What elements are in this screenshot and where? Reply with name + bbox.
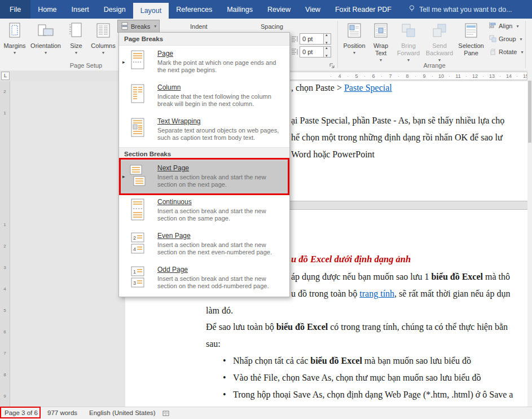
menu-item-column-break[interactable]: ColumnIndicate that the text following t…	[119, 80, 289, 113]
ruler-number: 4	[331, 73, 348, 79]
spacing-before-stepper[interactable]	[324, 33, 331, 45]
tell-me-box[interactable]: Tell me what you want to do...	[408, 0, 512, 19]
language-indicator[interactable]: English (United States)	[89, 409, 156, 416]
columns-label: Columns	[91, 42, 115, 49]
doc-bullet-item: Vào thẻ File, chọn Save As, chọn thư mục…	[233, 372, 481, 383]
menu-item-desc: Insert a section break and start the new…	[157, 275, 280, 290]
vertical-scrollbar[interactable]	[527, 70, 532, 407]
proofing-icon[interactable]	[162, 410, 169, 418]
doc-text: ại Paste Special, phần Paste - As, bạn s…	[291, 116, 504, 125]
doc-text: , sẽ rất mất thời gian nếu áp dụn	[394, 289, 510, 298]
align-icon	[489, 21, 496, 30]
column-break-icon	[129, 83, 148, 113]
breaks-label: Breaks	[131, 23, 150, 30]
paste-special-link[interactable]: Paste Special	[344, 83, 392, 92]
selection-pane-label-1: Selection	[458, 42, 483, 49]
tab-foxit-reader-pdf[interactable]: Foxit Reader PDF	[328, 0, 399, 19]
doc-line: hể chọn một trong những định dạng rồi nh…	[291, 132, 503, 143]
next-page-break-icon	[129, 164, 148, 194]
menu-item-page-break[interactable]: PageMark the point at which one page end…	[119, 46, 289, 80]
section-breaks-header: Section Breaks	[119, 147, 289, 160]
menu-item-title: Next Page	[157, 164, 280, 172]
doc-text: hể chọn một trong những định dạng rồi nh…	[291, 133, 503, 142]
spacing-label: Spacing	[261, 23, 283, 30]
menu-item-next-page-break[interactable]: Next PageInsert a section break and star…	[119, 160, 289, 194]
doc-text: áp dụng được nếu bạn muốn sao lưu 1	[291, 272, 431, 281]
menu-item-title: Even Page	[157, 232, 280, 240]
menu-item-continuous-break[interactable]: ContinuousInsert a section break and sta…	[119, 194, 289, 228]
ruler-number: 15	[517, 73, 527, 79]
tab-stop-selector[interactable]: L	[1, 72, 10, 80]
trang-tinh-link[interactable]: trang tính	[359, 289, 394, 298]
send-backward-label-1: Send	[432, 42, 447, 49]
tab-home[interactable]: Home	[30, 0, 64, 19]
doc-text-bold: biểu đồ Excel	[431, 272, 483, 281]
doc-line: Word hoặc PowerPoint	[291, 149, 375, 160]
doc-bullet-item: Nhấp chọn tất cả các biểu đồ Excel mà bạ…	[233, 355, 471, 367]
svg-text:2: 2	[133, 235, 136, 241]
vruler-number: 7	[0, 351, 10, 356]
send-backward-icon	[432, 23, 447, 39]
status-bar: Page 3 of 6 977 words English (United St…	[0, 407, 532, 419]
even-page-break-icon: 24	[129, 232, 148, 262]
menu-item-desc: Insert a section break and start the new…	[157, 174, 280, 188]
doc-text: có trong trang tính, chúng ta có thể thự…	[328, 322, 508, 332]
tab-review[interactable]: Review	[260, 0, 298, 19]
align-label: Align	[499, 23, 512, 29]
vruler-number: 3	[0, 265, 10, 270]
vruler-number: 6	[0, 329, 10, 334]
menu-item-desc: Insert a section break and start the new…	[157, 208, 280, 222]
doc-text: , chọn Paste >	[291, 83, 344, 92]
vertical-ruler[interactable]: 2 1 1 2 3 4 5 6 7 8 9	[0, 81, 10, 407]
vruler-number: 9	[0, 394, 10, 399]
spacing-after-stepper[interactable]	[324, 46, 331, 58]
doc-text: u đồ trong toàn bộ	[291, 289, 359, 298]
menu-item-desc: Separate text around objects on web page…	[157, 127, 280, 142]
word-count[interactable]: 977 words	[47, 409, 77, 416]
doc-text: Để sao lưu toàn bộ	[206, 322, 276, 332]
tab-layout[interactable]: Layout	[133, 3, 169, 19]
wrap-text-icon	[373, 23, 389, 39]
scrollbar-thumb[interactable]	[528, 81, 531, 143]
doc-text: mà bạn muốn sao lưu biểu đồ	[362, 356, 471, 365]
tab-view[interactable]: View	[298, 0, 328, 19]
tab-insert[interactable]: Insert	[64, 0, 96, 19]
menu-item-title: Page	[157, 50, 280, 58]
position-button[interactable]: Position	[341, 20, 367, 71]
svg-text:3: 3	[133, 280, 136, 286]
spacing-after-input[interactable]: 0 pt	[300, 46, 324, 58]
tell-me-label: Tell me what you want to do...	[419, 6, 512, 14]
size-label: Size	[70, 42, 82, 49]
menu-item-title: Column	[157, 83, 280, 91]
doc-text-bold: biểu đồ Excel	[310, 356, 362, 365]
ruler-number: 7	[382, 73, 399, 79]
group-icon	[489, 34, 496, 43]
tab-references[interactable]: References	[169, 0, 219, 19]
doc-line: sau:	[206, 338, 221, 350]
rotate-button[interactable]: Rotate	[489, 46, 523, 58]
doc-text: sau:	[206, 339, 221, 349]
margins-button[interactable]: Margins	[1, 20, 28, 71]
position-icon	[346, 23, 362, 39]
group-button[interactable]: Group	[489, 33, 522, 45]
tab-design[interactable]: Design	[96, 0, 133, 19]
odd-page-break-icon: 13	[129, 266, 148, 295]
menu-item-odd-page-break[interactable]: 13 Odd PageInsert a section break and st…	[119, 262, 289, 295]
ruler-number: 5	[348, 73, 365, 79]
menu-item-desc: Insert a section break and start the new…	[157, 241, 280, 256]
tab-file[interactable]: File	[0, 0, 30, 19]
tab-mailings[interactable]: Mailings	[219, 0, 260, 19]
ribbon-tab-bar: File Home Insert Design Layout Reference…	[0, 0, 532, 19]
ruler-number: 9	[416, 73, 433, 79]
doc-heading: u đồ Excel dưới định dạng ảnh	[291, 254, 411, 265]
menu-item-text-wrapping-break[interactable]: Text WrappingSeparate text around object…	[119, 113, 289, 147]
breaks-button[interactable]: Breaks	[118, 20, 159, 32]
doc-text: Trong hộp thoại Save As, chọn định dạng …	[233, 390, 513, 399]
page-indicator[interactable]: Page 3 of 6	[5, 409, 38, 416]
doc-text: Vào thẻ File, chọn Save As, chọn thư mục…	[233, 373, 481, 382]
send-backward-label-2: Backward	[426, 50, 453, 56]
align-button[interactable]: Align	[489, 20, 518, 32]
menu-item-even-page-break[interactable]: 24 Even PageInsert a section break and s…	[119, 228, 289, 262]
orientation-label: Orientation	[30, 42, 61, 49]
spacing-before-input[interactable]: 0 pt	[300, 33, 324, 45]
